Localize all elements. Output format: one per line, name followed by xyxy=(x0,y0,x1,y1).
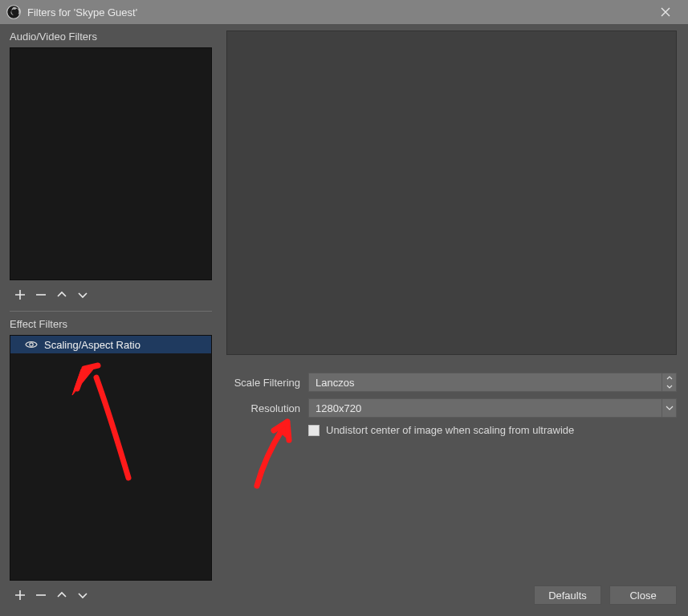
resolution-label: Resolution xyxy=(226,402,300,414)
filter-item-label: Scaling/Aspect Ratio xyxy=(44,339,140,351)
scale-filtering-label: Scale Filtering xyxy=(226,377,300,389)
eff-move-down-button[interactable] xyxy=(74,586,92,604)
close-button-label: Close xyxy=(629,589,656,602)
window-title: Filters for 'Skype Guest' xyxy=(27,6,649,18)
left-panel: Audio/Video Filters Effect Filters xyxy=(0,24,220,616)
defaults-button-label: Defaults xyxy=(548,589,587,602)
chevron-down-icon xyxy=(666,406,674,410)
dropdown-arrow xyxy=(662,399,676,417)
av-remove-button[interactable] xyxy=(32,286,50,304)
resolution-select[interactable]: 1280x720 xyxy=(308,398,677,418)
right-panel: Scale Filtering Lanczos xyxy=(220,24,688,616)
av-filters-list[interactable] xyxy=(10,47,212,280)
spinner-buttons xyxy=(662,373,676,391)
dialog-body: Audio/Video Filters Effect Filters xyxy=(0,24,688,616)
close-button[interactable]: Close xyxy=(609,585,677,605)
titlebar: Filters for 'Skype Guest' xyxy=(0,0,688,24)
undistort-checkbox[interactable] xyxy=(308,425,320,436)
obs-logo-icon xyxy=(5,3,22,21)
eff-remove-button[interactable] xyxy=(32,586,50,604)
av-move-down-button[interactable] xyxy=(74,286,92,304)
filter-properties: Scale Filtering Lanczos xyxy=(226,373,677,436)
undistort-row: Undistort center of image when scaling f… xyxy=(308,424,677,436)
effect-filters-toolbar xyxy=(10,584,212,606)
resolution-value: 1280x720 xyxy=(316,402,361,414)
av-filters-label: Audio/Video Filters xyxy=(10,31,212,43)
spinner-down[interactable] xyxy=(662,382,676,391)
filter-item-scaling-aspect-ratio[interactable]: Scaling/Aspect Ratio xyxy=(10,336,211,353)
minus-icon xyxy=(35,589,47,602)
scale-filtering-value: Lanczos xyxy=(316,377,354,389)
defaults-button[interactable]: Defaults xyxy=(534,585,601,605)
visibility-toggle[interactable] xyxy=(25,338,38,351)
eff-move-up-button[interactable] xyxy=(53,586,71,604)
close-icon xyxy=(661,7,670,17)
dialog-footer: Defaults Close xyxy=(534,585,677,605)
svg-point-1 xyxy=(30,343,33,346)
filter-preview xyxy=(226,31,677,355)
scale-filtering-select[interactable]: Lanczos xyxy=(308,373,677,392)
divider xyxy=(10,311,212,312)
chevron-up-icon xyxy=(666,376,673,380)
scale-filtering-row: Scale Filtering Lanczos xyxy=(226,373,677,392)
chevron-up-icon xyxy=(55,589,68,602)
filters-dialog: Filters for 'Skype Guest' Audio/Video Fi… xyxy=(0,0,688,616)
effect-filters-label: Effect Filters xyxy=(10,318,212,330)
av-move-up-button[interactable] xyxy=(53,286,71,304)
chevron-up-icon xyxy=(55,288,68,301)
av-add-button[interactable] xyxy=(11,286,29,304)
effect-filters-list[interactable]: Scaling/Aspect Ratio xyxy=(10,335,212,581)
eye-icon xyxy=(25,340,38,349)
plus-icon xyxy=(14,589,26,602)
chevron-down-icon xyxy=(76,288,89,301)
window-close-button[interactable] xyxy=(649,0,682,24)
eff-add-button[interactable] xyxy=(11,586,29,604)
minus-icon xyxy=(35,288,47,301)
spinner-up[interactable] xyxy=(662,373,676,382)
chevron-down-icon xyxy=(76,589,89,602)
undistort-label: Undistort center of image when scaling f… xyxy=(326,424,574,436)
av-filters-toolbar xyxy=(10,284,212,306)
resolution-row: Resolution 1280x720 xyxy=(226,398,677,418)
plus-icon xyxy=(14,288,26,301)
chevron-down-icon xyxy=(666,385,673,389)
